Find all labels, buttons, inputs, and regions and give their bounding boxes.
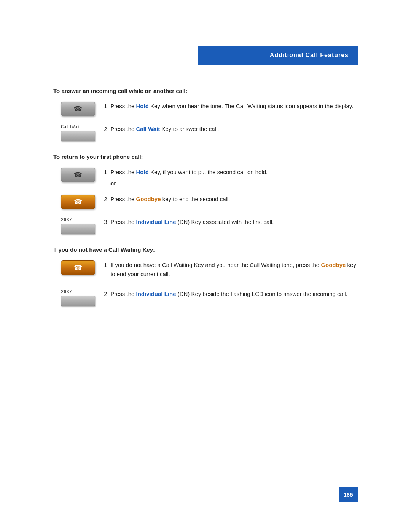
callwait-container: CallWait: [61, 125, 95, 141]
line-number-label-1: 2637: [61, 217, 72, 223]
hold-key-1: ☎: [53, 102, 103, 116]
line-button-1: [61, 224, 95, 234]
section2: To return to your first phone call: ☎ Pr…: [53, 153, 358, 234]
hold-highlight-2: Hold: [136, 169, 149, 175]
section1-step2-text: Press the Call Wait Key to answer the ca…: [103, 125, 358, 136]
section1-step2: CallWait Press the Call Wait Key to answ…: [53, 125, 358, 141]
section3-step1-item: If you do not have a Call Waiting Key an…: [110, 260, 358, 279]
goodbye-key-1: ☎: [53, 195, 103, 209]
section1-heading: To answer an incoming call while on anot…: [53, 88, 358, 94]
section3-step2-text: Press the Individual Line (DN) Key besid…: [103, 289, 358, 301]
section3-step1-text: If you do not have a Call Waiting Key an…: [103, 260, 358, 281]
hold-key-2: ☎: [53, 168, 103, 182]
section2-step2-text: Press the Goodbye key to end the second …: [103, 195, 358, 206]
section2-step1-item: Press the Hold Key, if you want to put t…: [110, 168, 358, 177]
section2-step2: ☎ Press the Goodbye key to end the secon…: [53, 195, 358, 209]
phone-icon-3: ☎: [74, 198, 82, 206]
phone-icon-2: ☎: [74, 171, 82, 179]
line-key-2: 2637: [53, 289, 103, 306]
hold-button-1: ☎: [61, 102, 95, 116]
callwait-key: CallWait: [53, 125, 103, 141]
callwait-label: CallWait: [61, 125, 83, 130]
section3-step1: ☎ If you do not have a Call Waiting Key …: [53, 260, 358, 281]
line-button-2: [61, 296, 95, 306]
callwait-button: [61, 131, 95, 141]
goodbye-button-1: ☎: [61, 195, 95, 209]
section3: If you do not have a Call Waiting Key: ☎…: [53, 246, 358, 306]
section3-step2-item: Press the Individual Line (DN) Key besid…: [110, 289, 358, 299]
section2-step3: 2637 Press the Individual Line (DN) Key …: [53, 217, 358, 234]
hold-button-2: ☎: [61, 168, 95, 182]
goodbye-highlight-2: Goodbye: [321, 262, 346, 268]
goodbye-button-2: ☎: [61, 260, 95, 275]
section1-step1-item: Press the Hold Key when you hear the ton…: [110, 102, 358, 111]
section2-heading: To return to your first phone call:: [53, 153, 358, 160]
hold-highlight-1: Hold: [136, 103, 149, 109]
indline-highlight-2: Individual Line: [136, 291, 176, 297]
indline-highlight-1: Individual Line: [136, 219, 176, 225]
section2-step1: ☎ Press the Hold Key, if you want to put…: [53, 168, 358, 192]
phone-icon-4: ☎: [74, 264, 82, 272]
section3-heading: If you do not have a Call Waiting Key:: [53, 246, 358, 253]
page-number-box: 165: [339, 487, 358, 502]
main-content: To answer an incoming call while on anot…: [53, 88, 358, 314]
header-title: Additional Call Features: [270, 52, 349, 58]
section2-step3-item: Press the Individual Line (DN) Key assoc…: [110, 217, 358, 227]
section1: To answer an incoming call while on anot…: [53, 88, 358, 141]
page-container: Additional Call Features To answer an in…: [0, 0, 411, 532]
callwait-highlight: Call Wait: [136, 126, 160, 132]
page-number: 165: [343, 491, 353, 498]
section2-step1-text: Press the Hold Key, if you want to put t…: [103, 168, 358, 192]
line-number-label-2: 2637: [61, 289, 72, 295]
section1-step1-text: Press the Hold Key when you hear the ton…: [103, 102, 358, 113]
section3-step2: 2637 Press the Individual Line (DN) Key …: [53, 289, 358, 306]
line-container-2: 2637: [61, 289, 95, 306]
or-label: or: [110, 179, 358, 189]
goodbye-highlight-1: Goodbye: [136, 196, 161, 202]
line-container-1: 2637: [61, 217, 95, 234]
phone-icon-1: ☎: [74, 105, 82, 113]
section2-step3-text: Press the Individual Line (DN) Key assoc…: [103, 217, 358, 229]
line-key-1: 2637: [53, 217, 103, 234]
header-banner: Additional Call Features: [198, 46, 358, 65]
section2-step2-item: Press the Goodbye key to end the second …: [110, 195, 358, 204]
section1-step1: ☎ Press the Hold Key when you hear the t…: [53, 102, 358, 116]
goodbye-key-2: ☎: [53, 260, 103, 275]
section1-step2-item: Press the Call Wait Key to answer the ca…: [110, 125, 358, 134]
